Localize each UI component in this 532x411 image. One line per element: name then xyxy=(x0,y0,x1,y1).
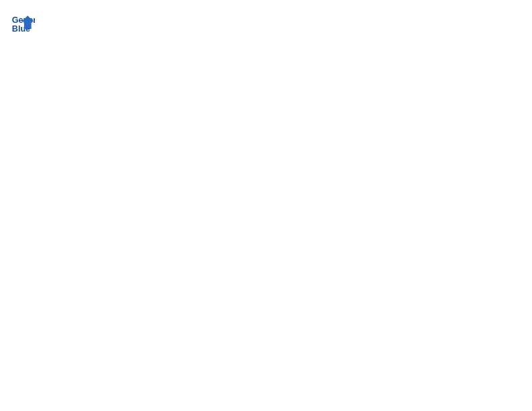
logo-icon: General Blue xyxy=(11,11,35,35)
header: General Blue xyxy=(11,11,521,35)
logo: General Blue xyxy=(11,11,38,35)
